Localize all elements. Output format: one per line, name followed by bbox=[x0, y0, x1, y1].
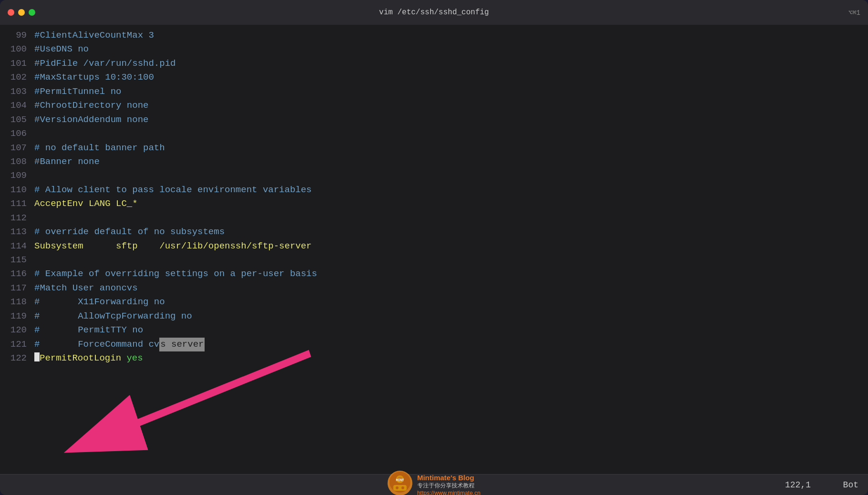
watermark-logo: MINT bbox=[388, 471, 413, 495]
watermark-url: https://www.mintimate.cn bbox=[417, 490, 481, 495]
line-99: 99 #ClientAliveCountMax 3 bbox=[0, 29, 868, 42]
terminal-window: vim /etc/ssh/sshd_config ⌥⌘1 99 #ClientA… bbox=[0, 0, 868, 495]
svg-rect-5 bbox=[393, 485, 407, 491]
line-112: 112 bbox=[0, 211, 868, 225]
svg-point-7 bbox=[402, 486, 404, 489]
line-121: 121 # ForceCommand cvs server bbox=[0, 338, 868, 351]
shortcut-hint: ⌥⌘1 bbox=[848, 9, 860, 17]
cursor bbox=[34, 352, 40, 361]
line-100: 100 #UseDNS no bbox=[0, 42, 868, 56]
line-114: 114 Subsystem sftp /usr/lib/openssh/sftp… bbox=[0, 239, 868, 253]
line-102: 102 #MaxStartups 10:30:100 bbox=[0, 71, 868, 84]
window-title: vim /etc/ssh/sshd_config bbox=[379, 8, 489, 17]
cursor-position: 122,1 bbox=[785, 480, 811, 490]
line-107: 107 # no default banner path bbox=[0, 141, 868, 155]
line-109: 109 bbox=[0, 169, 868, 183]
traffic-lights bbox=[8, 9, 35, 16]
svg-text:MINT: MINT bbox=[396, 478, 404, 482]
watermark-subtitle: 专注于你分享技术教程 bbox=[417, 482, 481, 490]
watermark: MINT Mintimate's Blog 专注于你分享技术教程 https:/… bbox=[388, 473, 481, 495]
line-111: 111 AcceptEnv LANG LC_* bbox=[0, 197, 868, 211]
line-118: 118 # X11Forwarding no bbox=[0, 295, 868, 309]
statusbar: MINT Mintimate's Blog 专注于你分享技术教程 https:/… bbox=[0, 474, 868, 495]
watermark-logo-text: MINT bbox=[390, 472, 411, 494]
line-115: 115 bbox=[0, 253, 868, 267]
line-101: 101 #PidFile /var/run/sshd.pid bbox=[0, 57, 868, 71]
code-content: 99 #ClientAliveCountMax 3 100 #UseDNS no… bbox=[0, 29, 868, 366]
close-button[interactable] bbox=[8, 9, 14, 16]
editor-area[interactable]: 99 #ClientAliveCountMax 3 100 #UseDNS no… bbox=[0, 25, 868, 474]
line-120: 120 # PermitTTY no bbox=[0, 323, 868, 337]
svg-line-1 bbox=[76, 353, 310, 448]
line-122: 122 PermitRootLogin yes bbox=[0, 351, 868, 365]
line-106: 106 bbox=[0, 127, 868, 141]
line-116: 116 # Example of overriding settings on … bbox=[0, 267, 868, 281]
scroll-position: Bot bbox=[843, 480, 858, 490]
maximize-button[interactable] bbox=[29, 9, 35, 16]
line-103: 103 #PermitTunnel no bbox=[0, 85, 868, 99]
line-104: 104 #ChrootDirectory none bbox=[0, 99, 868, 113]
line-110: 110 # Allow client to pass locale enviro… bbox=[0, 183, 868, 197]
titlebar: vim /etc/ssh/sshd_config ⌥⌘1 bbox=[0, 0, 868, 25]
line-105: 105 #VersionAddendum none bbox=[0, 113, 868, 127]
line-108: 108 #Banner none bbox=[0, 155, 868, 169]
watermark-title: Mintimate's Blog bbox=[417, 474, 481, 482]
svg-point-6 bbox=[396, 486, 399, 489]
watermark-text-block: Mintimate's Blog 专注于你分享技术教程 https://www.… bbox=[417, 474, 481, 495]
line-119: 119 # AllowTcpForwarding no bbox=[0, 309, 868, 323]
line-117: 117 #Match User anoncvs bbox=[0, 281, 868, 295]
line-113: 113 # override default of no subsystems bbox=[0, 225, 868, 239]
minimize-button[interactable] bbox=[18, 9, 25, 16]
